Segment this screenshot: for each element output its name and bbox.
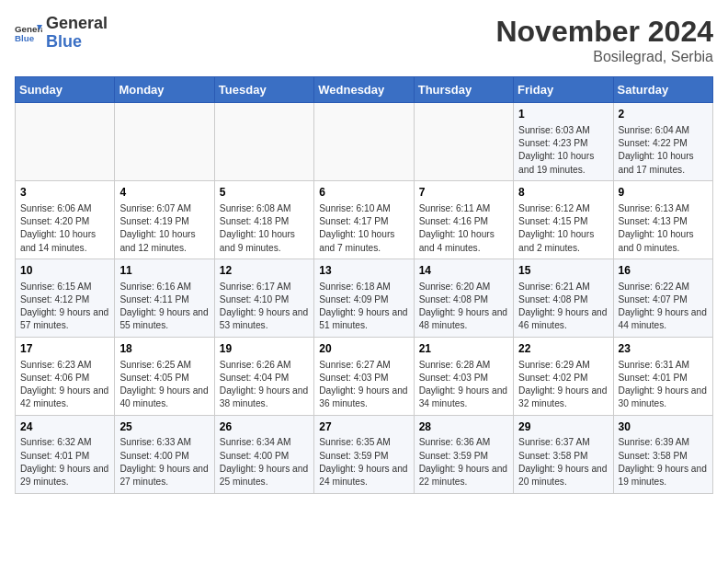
day-info: Sunrise: 6:16 AM Sunset: 4:11 PM Dayligh…	[119, 281, 209, 333]
day-info: Sunrise: 6:17 AM Sunset: 4:10 PM Dayligh…	[220, 281, 309, 333]
calendar-cell: 14Sunrise: 6:20 AM Sunset: 4:08 PM Dayli…	[414, 259, 513, 337]
day-info: Sunrise: 6:37 AM Sunset: 3:58 PM Dayligh…	[518, 436, 608, 488]
calendar-cell: 10Sunrise: 6:15 AM Sunset: 4:12 PM Dayli…	[16, 259, 115, 337]
logo-icon: General Blue	[15, 19, 42, 47]
calendar-cell: 15Sunrise: 6:21 AM Sunset: 4:08 PM Dayli…	[514, 259, 613, 337]
day-info: Sunrise: 6:10 AM Sunset: 4:17 PM Dayligh…	[319, 202, 408, 255]
day-number: 10	[20, 263, 109, 279]
calendar-cell: 5Sunrise: 6:08 AM Sunset: 4:18 PM Daylig…	[214, 180, 313, 259]
day-number: 1	[518, 107, 608, 122]
day-number: 15	[518, 263, 608, 279]
day-info: Sunrise: 6:25 AM Sunset: 4:05 PM Dayligh…	[119, 359, 209, 411]
day-info: Sunrise: 6:11 AM Sunset: 4:16 PM Dayligh…	[419, 202, 508, 255]
calendar-cell: 16Sunrise: 6:22 AM Sunset: 4:07 PM Dayli…	[613, 259, 712, 337]
day-info: Sunrise: 6:39 AM Sunset: 3:58 PM Dayligh…	[619, 436, 708, 488]
day-number: 28	[419, 419, 508, 435]
calendar-cell: 3Sunrise: 6:06 AM Sunset: 4:20 PM Daylig…	[16, 180, 115, 259]
day-info: Sunrise: 6:31 AM Sunset: 4:01 PM Dayligh…	[619, 359, 708, 411]
calendar-cell: 30Sunrise: 6:39 AM Sunset: 3:58 PM Dayli…	[613, 415, 712, 493]
day-number: 12	[220, 263, 309, 279]
calendar-cell: 26Sunrise: 6:34 AM Sunset: 4:00 PM Dayli…	[214, 415, 313, 493]
day-info: Sunrise: 6:13 AM Sunset: 4:13 PM Dayligh…	[619, 202, 708, 255]
logo-blue: Blue	[46, 32, 82, 51]
calendar-cell: 22Sunrise: 6:29 AM Sunset: 4:02 PM Dayli…	[514, 337, 613, 415]
calendar-cell: 1Sunrise: 6:03 AM Sunset: 4:23 PM Daylig…	[514, 103, 613, 181]
day-number: 13	[319, 263, 408, 279]
day-number: 18	[119, 341, 209, 357]
logo-text: General Blue	[46, 15, 108, 52]
day-info: Sunrise: 6:22 AM Sunset: 4:07 PM Dayligh…	[619, 281, 708, 333]
col-saturday: Saturday	[613, 77, 712, 103]
day-number: 17	[20, 341, 109, 357]
calendar-table: Sunday Monday Tuesday Wednesday Thursday…	[15, 76, 713, 494]
col-thursday: Thursday	[414, 77, 513, 103]
day-info: Sunrise: 6:15 AM Sunset: 4:12 PM Dayligh…	[20, 281, 109, 333]
logo: General Blue General Blue	[15, 15, 108, 52]
col-wednesday: Wednesday	[314, 77, 414, 103]
day-info: Sunrise: 6:04 AM Sunset: 4:22 PM Dayligh…	[619, 124, 708, 177]
calendar-cell: 13Sunrise: 6:18 AM Sunset: 4:09 PM Dayli…	[314, 259, 414, 337]
day-info: Sunrise: 6:07 AM Sunset: 4:19 PM Dayligh…	[119, 202, 209, 255]
day-number: 11	[119, 263, 209, 279]
day-number: 30	[619, 419, 708, 435]
day-number: 6	[319, 185, 408, 201]
calendar-cell: 28Sunrise: 6:36 AM Sunset: 3:59 PM Dayli…	[414, 415, 513, 493]
day-info: Sunrise: 6:06 AM Sunset: 4:20 PM Dayligh…	[20, 202, 109, 255]
day-info: Sunrise: 6:28 AM Sunset: 4:03 PM Dayligh…	[419, 359, 508, 411]
day-info: Sunrise: 6:26 AM Sunset: 4:04 PM Dayligh…	[220, 359, 309, 411]
col-friday: Friday	[514, 77, 613, 103]
calendar-week-2: 10Sunrise: 6:15 AM Sunset: 4:12 PM Dayli…	[16, 259, 713, 337]
calendar-cell: 21Sunrise: 6:28 AM Sunset: 4:03 PM Dayli…	[414, 337, 513, 415]
day-info: Sunrise: 6:36 AM Sunset: 3:59 PM Dayligh…	[419, 436, 508, 488]
day-number: 7	[419, 185, 508, 201]
day-number: 19	[220, 341, 309, 357]
svg-text:Blue: Blue	[15, 33, 35, 43]
day-number: 25	[119, 419, 209, 435]
calendar-cell	[115, 103, 214, 181]
calendar-cell	[314, 103, 414, 181]
calendar-cell: 4Sunrise: 6:07 AM Sunset: 4:19 PM Daylig…	[115, 180, 214, 259]
day-number: 14	[419, 263, 508, 279]
day-number: 20	[319, 341, 408, 357]
calendar-cell: 11Sunrise: 6:16 AM Sunset: 4:11 PM Dayli…	[115, 259, 214, 337]
day-info: Sunrise: 6:03 AM Sunset: 4:23 PM Dayligh…	[518, 124, 608, 177]
day-number: 24	[20, 419, 109, 435]
calendar-week-4: 24Sunrise: 6:32 AM Sunset: 4:01 PM Dayli…	[16, 415, 713, 493]
calendar-cell: 7Sunrise: 6:11 AM Sunset: 4:16 PM Daylig…	[414, 180, 513, 259]
day-number: 16	[619, 263, 708, 279]
calendar-cell: 2Sunrise: 6:04 AM Sunset: 4:22 PM Daylig…	[613, 103, 712, 181]
day-info: Sunrise: 6:29 AM Sunset: 4:02 PM Dayligh…	[518, 359, 608, 411]
month-title: November 2024	[495, 15, 713, 49]
day-info: Sunrise: 6:23 AM Sunset: 4:06 PM Dayligh…	[20, 359, 109, 411]
calendar-cell: 24Sunrise: 6:32 AM Sunset: 4:01 PM Dayli…	[16, 415, 115, 493]
calendar-header: Sunday Monday Tuesday Wednesday Thursday…	[16, 77, 713, 103]
day-info: Sunrise: 6:08 AM Sunset: 4:18 PM Dayligh…	[220, 202, 309, 255]
day-info: Sunrise: 6:27 AM Sunset: 4:03 PM Dayligh…	[319, 359, 408, 411]
page-header: General Blue General Blue November 2024 …	[15, 15, 713, 65]
day-number: 8	[518, 185, 608, 201]
calendar-cell: 6Sunrise: 6:10 AM Sunset: 4:17 PM Daylig…	[314, 180, 414, 259]
day-info: Sunrise: 6:18 AM Sunset: 4:09 PM Dayligh…	[319, 281, 408, 333]
calendar-cell: 18Sunrise: 6:25 AM Sunset: 4:05 PM Dayli…	[115, 337, 214, 415]
day-info: Sunrise: 6:21 AM Sunset: 4:08 PM Dayligh…	[518, 281, 608, 333]
calendar-cell: 20Sunrise: 6:27 AM Sunset: 4:03 PM Dayli…	[314, 337, 414, 415]
calendar-cell: 27Sunrise: 6:35 AM Sunset: 3:59 PM Dayli…	[314, 415, 414, 493]
calendar-cell	[16, 103, 115, 181]
logo-general: General	[46, 14, 108, 32]
col-monday: Monday	[115, 77, 214, 103]
day-number: 2	[619, 107, 708, 122]
calendar-cell	[214, 103, 313, 181]
calendar-week-0: 1Sunrise: 6:03 AM Sunset: 4:23 PM Daylig…	[16, 103, 713, 181]
calendar-cell: 29Sunrise: 6:37 AM Sunset: 3:58 PM Dayli…	[514, 415, 613, 493]
day-number: 4	[119, 185, 209, 201]
calendar-week-3: 17Sunrise: 6:23 AM Sunset: 4:06 PM Dayli…	[16, 337, 713, 415]
calendar-cell: 17Sunrise: 6:23 AM Sunset: 4:06 PM Dayli…	[16, 337, 115, 415]
calendar-body: 1Sunrise: 6:03 AM Sunset: 4:23 PM Daylig…	[16, 103, 713, 494]
day-number: 23	[619, 341, 708, 357]
day-info: Sunrise: 6:12 AM Sunset: 4:15 PM Dayligh…	[518, 202, 608, 255]
calendar-cell: 9Sunrise: 6:13 AM Sunset: 4:13 PM Daylig…	[613, 180, 712, 259]
day-number: 27	[319, 419, 408, 435]
title-area: November 2024 Bosilegrad, Serbia	[495, 15, 713, 65]
calendar-cell: 8Sunrise: 6:12 AM Sunset: 4:15 PM Daylig…	[514, 180, 613, 259]
day-number: 21	[419, 341, 508, 357]
